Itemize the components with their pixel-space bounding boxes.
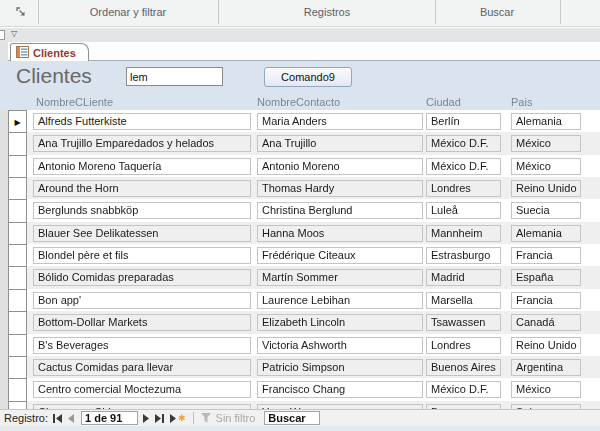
column-header-4: Pais — [511, 96, 532, 108]
table-row: Chop-suey ChineseYang WangBernaSuiza — [8, 401, 600, 409]
record-selector[interactable] — [8, 266, 27, 290]
field-cell[interactable]: Bottom-Dollar Markets — [33, 314, 251, 331]
field-cell[interactable]: Martín Sommer — [257, 269, 423, 286]
field-cell[interactable]: Luleå — [426, 202, 501, 219]
record-selector[interactable] — [8, 356, 27, 380]
field-cell[interactable]: Francia — [511, 247, 581, 264]
field-cell[interactable]: Patricio Simpson — [257, 359, 423, 376]
field-cell[interactable]: Frédérique Citeaux — [257, 247, 423, 264]
toolbar-strip: ▽ — [0, 28, 600, 42]
field-cell[interactable]: Suecia — [511, 202, 581, 219]
field-cell[interactable]: Antonio Moreno — [257, 158, 423, 175]
field-cell[interactable]: Bon app' — [33, 292, 251, 309]
field-cell[interactable]: México D.F. — [426, 158, 501, 175]
navigator-separator — [193, 412, 194, 424]
field-cell[interactable]: Thomas Hardy — [257, 180, 423, 197]
field-cell[interactable]: México D.F. — [426, 381, 501, 398]
field-cell[interactable]: Ana Trujillo Emparedados y helados — [33, 135, 251, 152]
record-selector[interactable] — [8, 222, 27, 246]
field-cell[interactable]: Madrid — [426, 269, 501, 286]
field-cell[interactable]: Londres — [426, 180, 501, 197]
field-cell[interactable]: México — [511, 381, 581, 398]
field-cell[interactable]: México — [511, 135, 581, 152]
first-record-button[interactable] — [52, 412, 63, 425]
record-selector[interactable] — [8, 311, 27, 335]
field-cell[interactable]: Cactus Comidas para llevar — [33, 359, 251, 376]
record-position-box[interactable] — [81, 411, 138, 425]
table-row: Bólido Comidas preparadasMartín SommerMa… — [8, 266, 600, 289]
record-selector[interactable] — [8, 289, 27, 313]
field-cell[interactable]: Christina Berglund — [257, 202, 423, 219]
field-cell[interactable]: B's Beverages — [33, 337, 251, 354]
field-cell[interactable]: Estrasburgo — [426, 247, 501, 264]
field-cell[interactable]: Berglunds snabbköp — [33, 202, 251, 219]
field-cell[interactable]: Londres — [426, 337, 501, 354]
chevron-down-icon[interactable]: ▽ — [11, 29, 17, 38]
field-cell[interactable]: Antonio Moreno Taquería — [33, 158, 251, 175]
field-cell[interactable]: Laurence Lebihan — [257, 292, 423, 309]
field-cell[interactable]: Reino Unido — [511, 337, 581, 354]
field-cell[interactable]: Blondel père et fils — [33, 247, 251, 264]
field-cell[interactable]: Francisco Chang — [257, 381, 423, 398]
ribbon-group-find: Buscar — [480, 6, 514, 18]
record-navigator: Registro: ✱ Sin filtro — [0, 409, 600, 426]
table-row: Cactus Comidas para llevarPatricio Simps… — [8, 356, 600, 379]
field-cell[interactable]: Berlín — [426, 113, 501, 130]
table-row: Berglunds snabbköpChristina BerglundLule… — [8, 199, 600, 222]
field-cell[interactable]: Victoria Ashworth — [257, 337, 423, 354]
field-cell[interactable]: España — [511, 269, 581, 286]
field-cell[interactable]: México D.F. — [426, 135, 501, 152]
field-cell[interactable]: Alemania — [511, 113, 581, 130]
field-cell[interactable]: Tsawassen — [426, 314, 501, 331]
field-cell[interactable]: Argentina — [511, 359, 581, 376]
column-header-1: NombreCLiente — [36, 96, 113, 108]
table-body: ▶Alfreds FutterkisteMaria AndersBerlínAl… — [8, 110, 600, 409]
next-record-button[interactable] — [142, 412, 150, 425]
record-selector[interactable]: ▶ — [8, 110, 27, 134]
record-selector[interactable] — [8, 155, 27, 179]
navigator-search-input[interactable] — [264, 411, 320, 425]
record-selector[interactable] — [8, 334, 27, 358]
tab-clientes[interactable]: Clientes — [10, 43, 89, 61]
record-selector[interactable] — [8, 132, 27, 156]
last-record-button[interactable] — [154, 412, 165, 425]
record-selector[interactable] — [8, 401, 27, 409]
record-selector[interactable] — [8, 244, 27, 268]
detail-section: ▶Alfreds FutterkisteMaria AndersBerlínAl… — [0, 110, 600, 409]
field-cell[interactable]: Francia — [511, 292, 581, 309]
field-cell[interactable]: Reino Unido — [511, 180, 581, 197]
ribbon-separator — [38, 0, 39, 24]
field-cell[interactable]: México — [511, 158, 581, 175]
field-cell[interactable]: Centro comercial Moctezuma — [33, 381, 251, 398]
field-cell[interactable]: Blauer See Delikatessen — [33, 225, 251, 242]
previous-record-button[interactable] — [67, 412, 75, 425]
table-row: Ana Trujillo Emparedados y heladosAna Tr… — [8, 132, 600, 155]
field-cell[interactable]: Elizabeth Lincoln — [257, 314, 423, 331]
field-cell[interactable]: Ana Trujillo — [257, 135, 423, 152]
field-cell[interactable]: Canadá — [511, 314, 581, 331]
field-cell[interactable]: Around the Horn — [33, 180, 251, 197]
record-selector[interactable] — [8, 177, 27, 201]
window-left-edge — [0, 42, 8, 61]
ribbon-group-sort-filter: Ordenar y filtrar — [90, 6, 166, 18]
record-selector[interactable] — [8, 199, 27, 223]
field-cell[interactable]: Hanna Moos — [257, 225, 423, 242]
tab-bar: Clientes — [0, 42, 600, 61]
new-record-button[interactable]: ✱ — [169, 412, 186, 425]
ribbon-separator — [435, 0, 436, 24]
field-cell[interactable]: Bólido Comidas preparadas — [33, 269, 251, 286]
record-selector[interactable] — [8, 378, 27, 402]
table-row: Blondel père et filsFrédérique CiteauxEs… — [8, 244, 600, 267]
ribbon-group-records: Registros — [304, 6, 350, 18]
toolbar-partial-icon — [0, 30, 5, 40]
table-row: Bottom-Dollar MarketsElizabeth LincolnTs… — [8, 311, 600, 334]
field-cell[interactable]: Marsella — [426, 292, 501, 309]
field-cell[interactable]: Alfreds Futterkiste — [33, 113, 251, 130]
field-cell[interactable]: Buenos Aires — [426, 359, 501, 376]
field-cell[interactable]: Alemania — [511, 225, 581, 242]
filter-status-button[interactable]: Sin filtro — [200, 412, 256, 424]
field-cell[interactable]: Maria Anders — [257, 113, 423, 130]
dialog-launcher-icon[interactable] — [16, 4, 27, 15]
field-cell[interactable]: Mannheim — [426, 225, 501, 242]
window-left-edge — [0, 110, 8, 409]
